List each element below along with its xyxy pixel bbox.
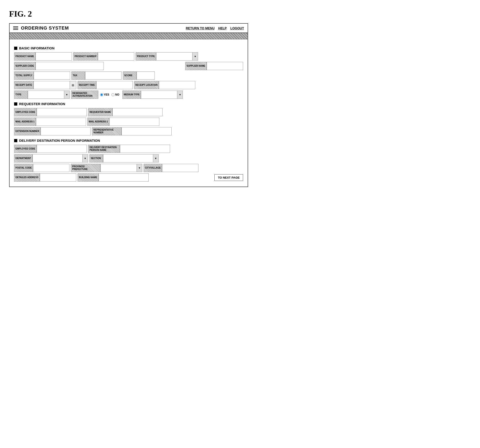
- section-marker-2: [14, 102, 17, 105]
- req-employee-code-group: EMPLOYEE CODE: [14, 108, 87, 116]
- delivery-info-label: DELIVERY DESTINATION PERSON INFORMATION: [19, 139, 100, 142]
- req-employee-code-label: EMPLOYEE CODE: [14, 108, 37, 116]
- province-prefecture-label: PROVINCE/ PREFECTURE: [71, 164, 100, 172]
- section-select-wrapper: ▼: [103, 154, 159, 162]
- delivery-row-4: DETAILED ADDRESS BUILDING NAME TO NEXT P…: [14, 173, 243, 182]
- delivery-person-name-input[interactable]: [120, 145, 170, 153]
- medium-type-group: MEDIUM TYPE ▼: [122, 91, 183, 99]
- extension-number-label: EXTENSION NUMBER: [14, 127, 41, 135]
- receipt-date-input[interactable]: [34, 81, 70, 89]
- form-content: BASIC INFORMATION PRODUCT NAME PRODUCT N…: [10, 39, 248, 187]
- total-supply-input[interactable]: [34, 71, 70, 80]
- no-radio[interactable]: [112, 93, 114, 96]
- yes-radio[interactable]: [100, 93, 103, 96]
- province-prefecture-group: PROVINCE/ PREFECTURE ▼: [71, 164, 142, 172]
- mail-address-2-input[interactable]: [109, 118, 159, 126]
- city-village-input[interactable]: [162, 164, 198, 172]
- type-dropdown-arrow[interactable]: ▼: [64, 91, 70, 99]
- department-dropdown-arrow[interactable]: ▼: [83, 154, 88, 162]
- help-link[interactable]: HELP: [218, 26, 227, 30]
- mail-address-2-group: MAIL ADDRESS 2: [87, 118, 159, 126]
- calendar-icon[interactable]: ⊞: [70, 81, 76, 89]
- no-label: NO: [115, 93, 119, 96]
- logout-link[interactable]: LOGOUT: [230, 26, 244, 30]
- yes-radio-option[interactable]: YES: [100, 93, 109, 96]
- return-to-menu-link[interactable]: RETURN TO MENU: [186, 26, 215, 30]
- detailed-address-label: DETAILED ADDRESS: [14, 173, 40, 182]
- supplier-code-group: SUPPLIER CODE: [14, 62, 104, 70]
- header-right: RETURN TO MENU HELP LOGOUT: [186, 26, 244, 30]
- basic-info-label: BASIC INFORMATION: [19, 46, 55, 50]
- extension-number-input[interactable]: [41, 127, 91, 135]
- total-supply-group: TOTAL SUPPLY: [14, 71, 70, 80]
- section-marker-3: [14, 139, 17, 142]
- basic-row-2: SUPPLIER CODE SUPPLIER NAME: [14, 62, 243, 70]
- mail-address-1-input[interactable]: [36, 118, 86, 126]
- section-select[interactable]: [103, 154, 153, 162]
- building-name-label: BUILDING NAME: [78, 173, 99, 182]
- supplier-code-input[interactable]: [35, 62, 104, 70]
- delivery-row-1: EMPLOYEE CODE DELIVERY DESTINATION PERSO…: [14, 145, 243, 153]
- supplier-name-input[interactable]: [207, 62, 243, 70]
- score-group: SCORE: [123, 71, 155, 80]
- supplier-name-label: SUPPLIER NAME: [185, 62, 207, 70]
- score-input[interactable]: [137, 71, 155, 80]
- department-label: DEPARTMENT: [14, 154, 33, 162]
- delivery-row-2: DEPARTMENT ▼ SECTION ▼: [14, 154, 243, 162]
- supplier-code-label: SUPPLIER CODE: [14, 62, 35, 70]
- department-select-wrapper: ▼: [33, 154, 88, 162]
- delivery-person-name-label: DELIVERY DESTINATION PERSON NAME: [88, 145, 120, 153]
- building-name-input[interactable]: [99, 173, 149, 182]
- product-type-dropdown-arrow[interactable]: ▼: [192, 52, 198, 61]
- section-group: SECTION ▼: [89, 154, 159, 162]
- tax-label: TAX: [71, 71, 85, 80]
- type-select-wrapper: ▼: [28, 91, 70, 99]
- del-employee-code-input[interactable]: [37, 145, 87, 153]
- postal-code-label: POSTAL CODE: [14, 164, 33, 172]
- province-prefecture-select[interactable]: [100, 164, 137, 172]
- type-select[interactable]: [28, 91, 64, 99]
- province-prefecture-dropdown-arrow[interactable]: ▼: [137, 164, 142, 172]
- supplier-name-group: SUPPLIER NAME: [185, 62, 243, 70]
- section-dropdown-arrow[interactable]: ▼: [153, 154, 159, 162]
- product-type-label: PRODUCT TYPE: [136, 52, 156, 61]
- app-window: ORDERING SYSTEM RETURN TO MENU HELP LOGO…: [9, 23, 248, 187]
- medium-type-dropdown-arrow[interactable]: ▼: [177, 91, 183, 99]
- requester-row-1: EMPLOYEE CODE REQUESTER NAME: [14, 108, 243, 116]
- product-name-input[interactable]: [35, 52, 72, 61]
- requester-name-group: REQUESTER NAME: [88, 108, 162, 116]
- detailed-address-input[interactable]: [40, 173, 76, 182]
- del-employee-code-label: EMPLOYEE CODE: [14, 145, 37, 153]
- representative-number-input[interactable]: [121, 127, 172, 135]
- tax-group: TAX: [71, 71, 121, 80]
- receipt-location-label: RECEIPT LOCATION: [134, 81, 159, 89]
- product-type-select[interactable]: [156, 52, 192, 61]
- requester-info-label: REQUESTER INFORMATION: [19, 102, 65, 106]
- medium-type-label: MEDIUM TYPE: [122, 91, 141, 99]
- postal-code-input[interactable]: [33, 164, 70, 172]
- receipt-location-input[interactable]: [159, 81, 195, 89]
- tax-input[interactable]: [85, 71, 121, 80]
- yes-label: YES: [104, 93, 109, 96]
- postal-code-group: POSTAL CODE: [14, 164, 70, 172]
- product-type-group: PRODUCT TYPE ▼: [136, 52, 198, 61]
- basic-info-section-title: BASIC INFORMATION: [14, 46, 243, 50]
- banner-bar: [10, 33, 248, 39]
- receipt-date-label: RECEIPT DATE: [14, 81, 34, 89]
- req-employee-code-input[interactable]: [37, 108, 87, 116]
- basic-row-4: RECEIPT DATE ⊞ RECEIPT TIME RECEIPT LOCA…: [14, 81, 243, 89]
- no-radio-option[interactable]: NO: [112, 93, 119, 96]
- medium-type-select[interactable]: [141, 91, 177, 99]
- mail-address-1-group: MAIL ADDRESS 1: [14, 118, 86, 126]
- to-next-page-button[interactable]: TO NEXT PAGE: [214, 174, 243, 181]
- requester-name-input[interactable]: [113, 108, 162, 116]
- requester-row-2: MAIL ADDRESS 1 MAIL ADDRESS 2: [14, 118, 243, 126]
- app-title: ORDERING SYSTEM: [21, 26, 69, 31]
- product-number-group: PRODUCT NUMBER: [73, 52, 134, 61]
- product-number-input[interactable]: [98, 52, 134, 61]
- delivery-info-section-title: DELIVERY DESTINATION PERSON INFORMATION: [14, 139, 243, 142]
- product-name-label: PRODUCT NAME: [14, 52, 35, 61]
- department-select[interactable]: [33, 154, 83, 162]
- receipt-time-input[interactable]: [96, 81, 133, 89]
- building-name-group: BUILDING NAME: [78, 173, 149, 182]
